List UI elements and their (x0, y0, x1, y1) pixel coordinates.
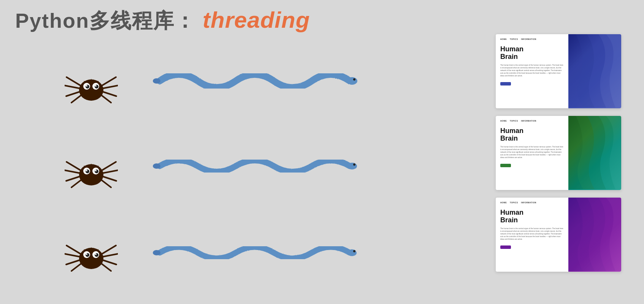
svg-point-16 (86, 85, 89, 89)
svg-line-20 (67, 162, 82, 171)
snake-2 (148, 149, 361, 183)
preview-card-3-content: HOME TOPICS INFORMATION Human Brain The … (496, 198, 568, 272)
svg-line-24 (101, 162, 116, 171)
svg-line-1 (65, 86, 81, 89)
spider-2 (65, 147, 118, 193)
svg-line-21 (65, 170, 81, 173)
svg-line-41 (65, 254, 81, 257)
svg-point-61 (153, 78, 160, 84)
svg-point-68 (353, 250, 355, 252)
svg-point-58 (86, 253, 87, 255)
svg-point-67 (153, 250, 160, 255)
svg-point-65 (353, 163, 355, 166)
svg-line-42 (66, 260, 81, 264)
spider-3 (65, 231, 118, 277)
svg-point-39 (95, 170, 97, 171)
svg-point-38 (86, 170, 87, 171)
nav-topics-1: TOPICS (510, 38, 518, 40)
svg-line-22 (66, 176, 81, 181)
svg-point-56 (86, 253, 89, 257)
preview-card-3-btn[interactable] (500, 245, 511, 249)
nav-info-2: INFORMATION (521, 120, 536, 122)
svg-point-37 (95, 169, 98, 173)
svg-point-48 (79, 248, 103, 269)
nav-home-1: HOME (500, 38, 507, 40)
title-chinese: Python多线程库： (15, 7, 196, 35)
preview-card-2-body: The human brain is the central organ of … (500, 146, 564, 159)
preview-card-3-graphic (568, 198, 621, 272)
preview-card-1-nav: HOME TOPICS INFORMATION (500, 38, 564, 40)
svg-line-4 (101, 77, 116, 86)
spider-1 (65, 63, 118, 108)
svg-point-36 (86, 169, 89, 173)
svg-line-6 (101, 91, 116, 96)
svg-line-26 (101, 176, 116, 181)
preview-card-2-content: HOME TOPICS INFORMATION Human Brain The … (496, 116, 568, 190)
nav-info-1: INFORMATION (521, 38, 536, 40)
preview-card-3-heading: Human Brain (500, 209, 564, 224)
preview-card-2-graphic (568, 116, 621, 190)
svg-line-44 (101, 245, 116, 255)
svg-point-28 (79, 164, 103, 185)
snake-3 (148, 234, 361, 268)
preview-card-2: HOME TOPICS INFORMATION Human Brain The … (496, 116, 621, 190)
preview-card-1-btn[interactable] (500, 82, 511, 86)
svg-point-17 (95, 85, 98, 89)
preview-card-1-heading: Human Brain (500, 46, 564, 61)
preview-card-1-graphic (568, 34, 621, 108)
svg-point-19 (95, 85, 97, 87)
svg-point-8 (79, 79, 103, 101)
preview-card-2-heading: Human Brain (500, 127, 564, 142)
svg-point-18 (86, 85, 87, 87)
preview-card-2-btn[interactable] (500, 164, 511, 167)
svg-point-64 (153, 163, 160, 169)
svg-point-57 (95, 253, 98, 257)
svg-point-66 (347, 249, 357, 256)
preview-card-2-nav: HOME TOPICS INFORMATION (500, 120, 564, 122)
nav-info-3: INFORMATION (521, 201, 536, 204)
svg-line-46 (101, 260, 116, 264)
svg-line-2 (66, 91, 81, 96)
snake-1 (148, 64, 361, 98)
nav-home-3: HOME (500, 201, 507, 204)
nav-topics-3: TOPICS (510, 201, 518, 204)
svg-line-25 (102, 170, 118, 173)
preview-card-1-body: The human brain is the central organ of … (500, 64, 564, 78)
preview-card-3-body: The human brain is the central organ of … (500, 227, 564, 241)
preview-card-3-nav: HOME TOPICS INFORMATION (500, 201, 564, 204)
preview-column: HOME TOPICS INFORMATION Human Brain The … (496, 34, 621, 272)
svg-point-63 (347, 163, 357, 169)
svg-line-0 (67, 77, 82, 86)
preview-card-1-content: HOME TOPICS INFORMATION Human Brain The … (496, 34, 568, 108)
svg-line-40 (67, 245, 82, 255)
svg-line-45 (102, 254, 118, 257)
svg-point-59 (95, 253, 97, 255)
preview-card-1: HOME TOPICS INFORMATION Human Brain The … (496, 34, 621, 108)
nav-topics-2: TOPICS (510, 120, 518, 122)
svg-line-5 (102, 86, 118, 89)
svg-point-60 (347, 77, 357, 85)
title-bar: Python多线程库： threading (15, 7, 310, 35)
nav-home-2: HOME (500, 120, 507, 122)
svg-point-62 (353, 78, 355, 81)
preview-card-3: HOME TOPICS INFORMATION Human Brain The … (496, 198, 621, 272)
title-english: threading (203, 7, 310, 33)
